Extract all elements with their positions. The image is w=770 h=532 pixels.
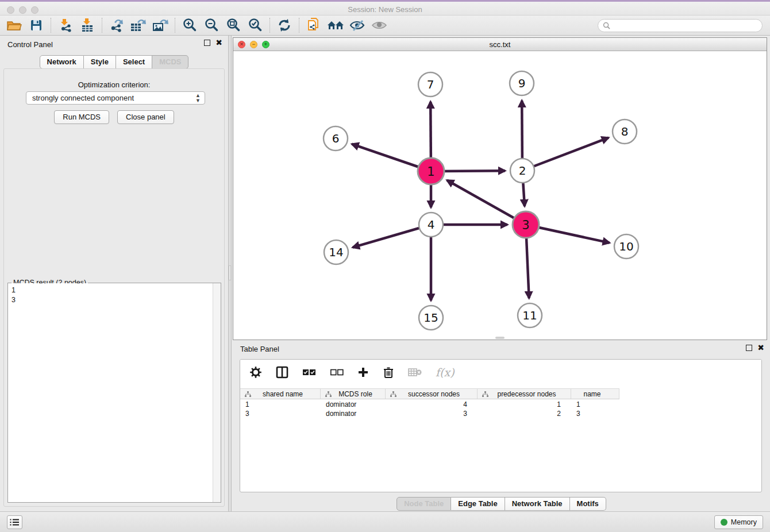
graph-node-2[interactable]: 2 [510, 159, 534, 183]
tab-network-table[interactable]: Network Table [505, 497, 570, 511]
gear-icon [249, 366, 262, 379]
table-row[interactable]: 1dominator411 [240, 400, 761, 409]
graph-node-10[interactable]: 10 [614, 234, 638, 259]
search-input[interactable] [613, 22, 762, 30]
tab-mcds[interactable]: MCDS [152, 55, 188, 69]
refresh-icon [276, 18, 292, 33]
zoom-out-button[interactable] [201, 17, 222, 34]
network-window-grip[interactable] [495, 337, 505, 339]
show-eye-button[interactable] [368, 17, 390, 34]
hide-panels-button[interactable] [346, 17, 368, 34]
tab-style[interactable]: Style [84, 55, 116, 69]
network-canvas[interactable]: 1234678910111415 [233, 51, 767, 340]
task-history-button[interactable] [7, 515, 22, 529]
table-cell[interactable]: 1 [571, 400, 619, 408]
new-network-from-selection-button[interactable] [303, 17, 325, 34]
refresh-button[interactable] [274, 17, 295, 34]
result-scrollbar[interactable] [213, 283, 221, 502]
table-settings-button[interactable] [249, 366, 262, 379]
window-title: Session: New Session [0, 5, 770, 14]
tab-edge-table[interactable]: Edge Table [451, 497, 505, 511]
table-cell[interactable]: 1 [478, 400, 571, 408]
graph-node-3[interactable]: 3 [513, 211, 539, 238]
zoom-in-button[interactable] [179, 17, 201, 34]
memory-label: Memory [731, 518, 757, 526]
control-panel-header: Control Panel ✖ [0, 36, 228, 53]
tab-node-table[interactable]: Node Table [396, 497, 451, 511]
export-image-button[interactable] [149, 17, 171, 34]
graph-node-8[interactable]: 8 [613, 119, 637, 144]
column-header-shared-name[interactable]: shared name [240, 389, 321, 399]
network-graph[interactable]: 1234678910111415 [233, 51, 767, 340]
column-header-successor-nodes[interactable]: successor nodes [386, 389, 478, 399]
network-window-titlebar[interactable]: ✕ − + scc.txt [233, 38, 767, 51]
table-cell[interactable]: 1 [240, 400, 321, 408]
svg-text:14: 14 [329, 245, 343, 259]
run-mcds-button[interactable]: Run MCDS [54, 110, 109, 124]
export-network-button[interactable] [106, 17, 128, 34]
main-toolbar [0, 16, 770, 36]
graph-node-6[interactable]: 6 [324, 126, 348, 151]
table-cell[interactable]: dominator [321, 400, 386, 408]
export-table-button[interactable] [128, 17, 149, 34]
close-panel-button[interactable]: Close panel [117, 110, 174, 124]
checked-boxes-icon [302, 368, 316, 376]
create-column-button[interactable] [357, 367, 369, 378]
svg-text:10: 10 [619, 240, 633, 253]
graph-edge-2-8[interactable] [522, 138, 609, 171]
zoom-selected-button[interactable] [244, 17, 266, 34]
home-view-button[interactable] [325, 17, 346, 34]
optimization-criterion-select[interactable]: strongly connected component ▲▼ [26, 91, 205, 105]
table-cell[interactable]: 3 [571, 410, 619, 418]
graph-node-15[interactable]: 15 [419, 306, 443, 330]
column-header-MCDS-role[interactable]: MCDS role [321, 389, 386, 399]
column-header-name[interactable]: name [571, 389, 619, 399]
table-cell[interactable]: 3 [240, 410, 321, 418]
memory-button[interactable]: Memory [714, 515, 763, 529]
control-panel-tabs: Network Style Select MCDS [0, 55, 228, 69]
import-network-button[interactable] [55, 17, 76, 34]
zoom-fit-button[interactable] [222, 17, 244, 34]
table-cell[interactable]: dominator [321, 410, 386, 418]
graph-node-4[interactable]: 4 [419, 213, 443, 237]
table-cell[interactable]: 4 [386, 400, 478, 408]
node-table: f(x) shared nameMCDS rolesuccessor nodes… [240, 359, 762, 492]
delete-column-button[interactable] [383, 366, 394, 379]
graph-node-1[interactable]: 1 [418, 158, 444, 184]
show-columns-button[interactable] [276, 366, 288, 379]
toolbar-separator [299, 18, 299, 33]
import-table-button[interactable] [76, 17, 98, 34]
toolbar-separator [270, 18, 270, 33]
export-image-icon [152, 18, 169, 33]
float-panel-icon[interactable] [746, 345, 752, 351]
eye-icon [371, 18, 388, 32]
panel-splitter[interactable] [228, 36, 232, 511]
home-icon [326, 18, 345, 32]
select-all-columns-button[interactable] [302, 368, 316, 376]
zoom-fit-icon [225, 17, 241, 33]
save-session-button[interactable] [25, 17, 47, 34]
control-panel-title: Control Panel [7, 40, 53, 49]
graph-node-14[interactable]: 14 [324, 240, 348, 264]
graph-node-11[interactable]: 11 [518, 303, 542, 327]
table-cell[interactable]: 3 [386, 410, 478, 418]
close-panel-icon[interactable]: ✖ [215, 40, 222, 46]
table-cell[interactable]: 2 [478, 410, 571, 418]
column-header-predecessor-nodes[interactable]: predecessor nodes [478, 389, 571, 399]
table-body: 1dominator4113dominator323 [240, 400, 761, 418]
tab-select[interactable]: Select [116, 55, 152, 69]
splitter-handle[interactable] [229, 265, 231, 280]
graph-node-7[interactable]: 7 [418, 72, 442, 97]
zoom-in-icon [182, 17, 198, 33]
tab-network[interactable]: Network [40, 55, 84, 69]
table-row[interactable]: 3dominator323 [240, 409, 761, 418]
graph-node-9[interactable]: 9 [510, 71, 534, 95]
mcds-result-list[interactable]: 1 3 [8, 283, 213, 502]
tab-motifs[interactable]: Motifs [570, 497, 606, 511]
trash-icon [383, 366, 394, 379]
mcds-panel: Optimization criterion: strongly connect… [3, 68, 225, 507]
float-panel-icon[interactable] [204, 40, 210, 46]
close-panel-icon[interactable]: ✖ [757, 345, 764, 351]
deselect-all-columns-button[interactable] [330, 368, 344, 376]
open-file-button[interactable] [3, 17, 25, 34]
